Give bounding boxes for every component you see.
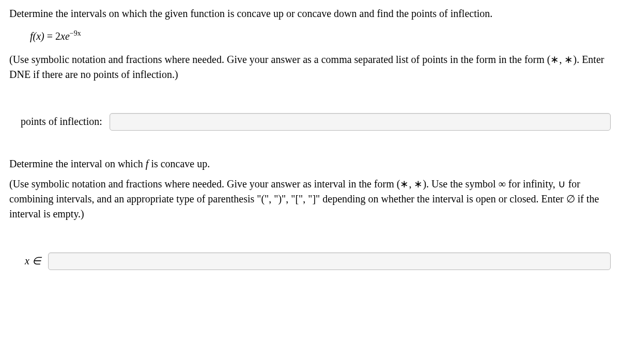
prompt-post: is concave up. bbox=[148, 158, 210, 169]
function-definition: f(x) = 2xe−9x bbox=[30, 28, 611, 44]
instruction-1: (Use symbolic notation and fractions whe… bbox=[9, 52, 611, 82]
instruction-2: (Use symbolic notation and fractions whe… bbox=[9, 177, 611, 221]
exponent: −9x bbox=[70, 29, 81, 37]
function-lhs: f(x) bbox=[30, 30, 44, 42]
concave-up-answer-row: x ∈ bbox=[9, 252, 611, 270]
problem-intro: Determine the intervals on which the giv… bbox=[9, 6, 611, 21]
concave-up-input[interactable] bbox=[48, 252, 611, 270]
prompt-pre: Determine the interval on which bbox=[9, 158, 146, 169]
inflection-answer-row: points of inflection: bbox=[9, 113, 611, 131]
x-element-label: x ∈ bbox=[25, 254, 41, 268]
var-x: x bbox=[60, 30, 65, 42]
coef: 2 bbox=[55, 30, 60, 42]
inflection-label: points of inflection: bbox=[21, 114, 102, 129]
concave-up-prompt: Determine the interval on which f is con… bbox=[9, 156, 611, 171]
inflection-input[interactable] bbox=[110, 113, 611, 131]
e-base: e bbox=[65, 30, 70, 42]
eq-sign: = bbox=[44, 30, 55, 42]
